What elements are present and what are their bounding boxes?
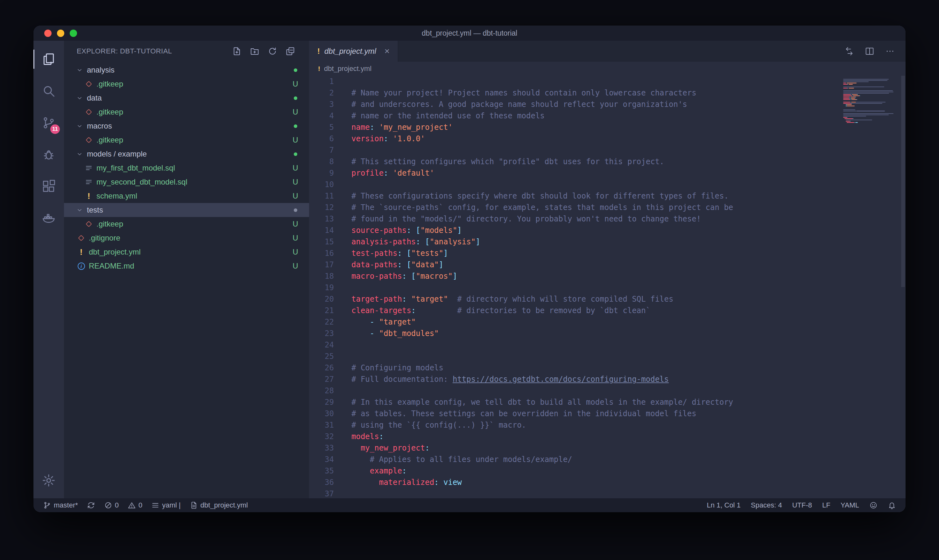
code-line-6[interactable]: 6version: '1.0.0' — [309, 133, 905, 145]
git-status-badge: U — [292, 177, 298, 186]
close-tab-icon[interactable]: × — [385, 46, 389, 56]
tree-item-my-first-dbt-model-sql[interactable]: my_first_dbt_model.sqlU — [64, 161, 309, 175]
code-line-9[interactable]: 9profile: 'default' — [309, 168, 905, 179]
code-line-3[interactable]: 3# and underscores. A good package name … — [309, 98, 905, 110]
code-line-4[interactable]: 4# name or the intended use of these mod… — [309, 110, 905, 122]
code-line-36[interactable]: 36 materialized: view — [309, 477, 905, 488]
code-line-5[interactable]: 5name: 'my_new_project' — [309, 122, 905, 133]
activity-source-control-button[interactable]: 11 — [34, 107, 64, 139]
activity-search-button[interactable] — [34, 75, 64, 107]
new-folder-button[interactable] — [250, 46, 259, 56]
scrollbar[interactable] — [901, 76, 905, 498]
zoom-window-button[interactable] — [70, 29, 77, 37]
status-cursor-position[interactable]: Ln 1, Col 1 — [707, 501, 740, 509]
status-notifications[interactable] — [888, 501, 896, 509]
tree-item-gitkeep[interactable]: .gitkeepU — [64, 133, 309, 147]
editor-pane[interactable]: 12# Name your project! Project names sho… — [309, 76, 905, 498]
tree-item-decoration — [291, 68, 300, 72]
status-encoding[interactable]: UTF-8 — [792, 501, 812, 509]
tab-dbt-project-yml[interactable]: ! dbt_project.yml × — [309, 41, 398, 62]
code-line-30[interactable]: 30# as tables. These settings can be ove… — [309, 408, 905, 419]
activity-run-debug-button[interactable] — [34, 139, 64, 171]
status-dbt-file[interactable]: dbt_project.yml — [190, 501, 248, 509]
activity-settings-button[interactable] — [34, 465, 64, 496]
code-line-24[interactable]: 24 — [309, 339, 905, 351]
tree-item-analysis[interactable]: analysis — [64, 63, 309, 77]
tree-item-gitignore[interactable]: .gitignoreU — [64, 231, 309, 245]
tree-item-schema-yml[interactable]: !schema.ymlU — [64, 189, 309, 203]
minimap[interactable] — [843, 78, 898, 125]
tree-item-my-second-dbt-model-sql[interactable]: my_second_dbt_model.sqlU — [64, 175, 309, 189]
code-line-13[interactable]: 13# found in the "models/" directory. Yo… — [309, 213, 905, 225]
code-line-23[interactable]: 23 - "dbt_modules" — [309, 328, 905, 339]
split-editor-button[interactable] — [865, 46, 874, 56]
code-line-10[interactable]: 10 — [309, 179, 905, 190]
code-line-8[interactable]: 8# This setting configures which "profil… — [309, 156, 905, 168]
code-line-15[interactable]: 15analysis-paths: ["analysis"] — [309, 236, 905, 248]
new-file-button[interactable] — [232, 46, 242, 56]
status-eol[interactable]: LF — [822, 501, 830, 509]
code-line-16[interactable]: 16test-paths: ["tests"] — [309, 248, 905, 259]
status-indentation[interactable]: Spaces: 4 — [751, 501, 782, 509]
code-line-19[interactable]: 19 — [309, 282, 905, 293]
code-line-26[interactable]: 26# Configuring models — [309, 362, 905, 374]
titlebar[interactable]: dbt_project.yml — dbt-tutorial — [34, 25, 905, 41]
status-errors[interactable]: 0 — [104, 501, 119, 509]
code-line-28[interactable]: 28 — [309, 385, 905, 397]
tree-item-tests[interactable]: tests — [64, 203, 309, 217]
code-line-content: - "dbt_modules" — [334, 328, 439, 339]
close-window-button[interactable] — [44, 29, 52, 37]
status-branch[interactable]: master* — [43, 501, 78, 509]
code-line-14[interactable]: 14source-paths: ["models"] — [309, 225, 905, 236]
scrollbar-thumb[interactable] — [901, 76, 905, 287]
code-line-34[interactable]: 34 # Applies to all files under models/e… — [309, 454, 905, 465]
status-feedback[interactable] — [869, 501, 877, 509]
code-line-17[interactable]: 17data-paths: ["data"] — [309, 259, 905, 271]
tree-item-gitkeep[interactable]: .gitkeepU — [64, 105, 309, 119]
open-changes-button[interactable] — [845, 46, 854, 56]
tree-item-gitkeep[interactable]: .gitkeepU — [64, 217, 309, 231]
tree-item-readme-md[interactable]: iREADME.mdU — [64, 259, 309, 273]
tree-item-models-example[interactable]: models / example — [64, 147, 309, 161]
code-area[interactable]: 12# Name your project! Project names sho… — [309, 76, 905, 498]
code-line-11[interactable]: 11# These configurations specify where d… — [309, 190, 905, 202]
code-line-18[interactable]: 18macro-paths: ["macros"] — [309, 271, 905, 282]
doc-link[interactable]: https://docs.getdbt.com/docs/configuring… — [453, 375, 669, 384]
code-line-1[interactable]: 1 — [309, 76, 905, 87]
code-line-25[interactable]: 25 — [309, 351, 905, 362]
status-language-info[interactable]: yaml | — [151, 501, 180, 509]
code-line-31[interactable]: 31# using the `{{ config(...) }}` macro. — [309, 419, 905, 431]
code-line-20[interactable]: 20target-path: "target" # directory whic… — [309, 293, 905, 305]
refresh-button[interactable] — [268, 46, 277, 56]
tree-item-dbt-project-yml[interactable]: !dbt_project.ymlU — [64, 245, 309, 259]
line-number: 13 — [309, 213, 334, 225]
tree-item-macros[interactable]: macros — [64, 119, 309, 133]
collapse-all-button[interactable] — [286, 46, 295, 56]
tree-item-decoration: U — [291, 163, 300, 172]
code-line-29[interactable]: 29# In this example config, we tell dbt … — [309, 397, 905, 408]
code-line-32[interactable]: 32models: — [309, 431, 905, 442]
code-line-27[interactable]: 27# Full documentation: https://docs.get… — [309, 374, 905, 385]
activity-explorer-button[interactable] — [34, 43, 64, 75]
minimize-window-button[interactable] — [57, 29, 64, 37]
code-line-7[interactable]: 7 — [309, 145, 905, 156]
status-language-mode[interactable]: YAML — [840, 501, 859, 509]
status-warnings[interactable]: 0 — [128, 501, 142, 509]
code-line-37[interactable]: 37 — [309, 488, 905, 498]
more-actions-button[interactable] — [885, 46, 895, 56]
status-language-mode-label: YAML — [840, 501, 859, 509]
code-line-2[interactable]: 2# Name your project! Project names shou… — [309, 87, 905, 98]
code-line-35[interactable]: 35 example: — [309, 465, 905, 477]
code-line-22[interactable]: 22 - "target" — [309, 316, 905, 328]
tree-item-gitkeep[interactable]: .gitkeepU — [64, 77, 309, 91]
code-line-33[interactable]: 33 my_new_project: — [309, 442, 905, 454]
minimap-seg — [843, 95, 852, 96]
breadcrumb-filename[interactable]: dbt_project.yml — [324, 65, 371, 73]
activity-docker-button[interactable] — [34, 202, 64, 234]
activity-extensions-button[interactable] — [34, 171, 64, 202]
breadcrumb[interactable]: ! dbt_project.yml — [309, 62, 905, 76]
tree-item-data[interactable]: data — [64, 91, 309, 105]
code-line-21[interactable]: 21clean-targets: # directories to be rem… — [309, 305, 905, 316]
code-line-12[interactable]: 12# The `source-paths` config, for examp… — [309, 202, 905, 213]
status-sync[interactable] — [87, 501, 95, 509]
